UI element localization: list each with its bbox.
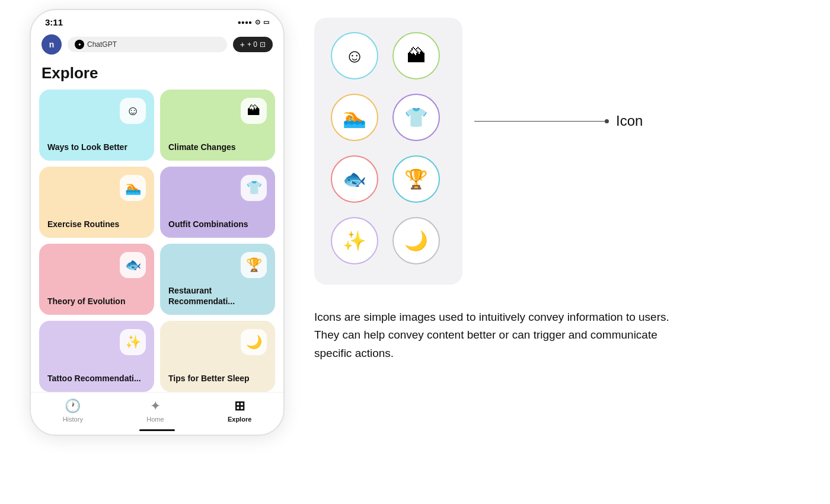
icon-moon: 🌙 bbox=[392, 217, 440, 264]
icon-smiley: ☺ bbox=[331, 32, 378, 79]
card-tattoo-recommendations[interactable]: ✨ Tattoo Recommendati... bbox=[39, 321, 154, 392]
icon-sparkle: ✨ bbox=[331, 217, 378, 264]
annotation-label: Icon bbox=[616, 113, 643, 129]
avatar: n bbox=[42, 34, 62, 55]
explore-icon: ⊞ bbox=[234, 398, 245, 414]
credits-icon: ⊡ bbox=[260, 40, 266, 49]
bottom-nav: 🕐 History ✦ Home ⊞ Explore bbox=[31, 392, 283, 435]
plus-icon: + bbox=[240, 40, 245, 49]
shirt-icon: 👕 bbox=[241, 175, 267, 201]
nav-active-underline bbox=[139, 429, 175, 431]
icon-shirt: 👕 bbox=[392, 94, 440, 141]
icon-swim: 🏊 bbox=[331, 94, 378, 141]
cards-grid: ☺ Ways to Look Better 🏔 Climate Changes … bbox=[31, 90, 283, 392]
swim-icon: 🏊 bbox=[120, 175, 146, 201]
phone-section: 3:11 ●●●● ⊙ ▭ n ✦ ChatGPT bbox=[0, 0, 290, 504]
phone-frame: 3:11 ●●●● ⊙ ▭ n ✦ ChatGPT bbox=[30, 9, 285, 436]
app-header: n ✦ ChatGPT + + 0 ⊡ bbox=[31, 30, 283, 59]
explore-title: Explore bbox=[31, 59, 283, 90]
credits-count: + 0 bbox=[247, 40, 257, 49]
fish-icon: 🐟 bbox=[120, 252, 146, 278]
annotation-dot bbox=[605, 119, 609, 123]
landscape-icon: 🏔 bbox=[241, 98, 267, 124]
icon-trophy: 🏆 bbox=[392, 155, 440, 203]
chatgpt-logo-icon: ✦ bbox=[75, 40, 84, 49]
card-restaurant-recommendations[interactable]: 🏆 Restaurant Recommendati... bbox=[160, 244, 275, 315]
annotation-line bbox=[474, 121, 605, 122]
right-top: ☺ 🏔 🏊 👕 🐟 🏆 ✨ 🌙 Icon bbox=[314, 18, 806, 285]
wifi-icon: ⊙ bbox=[255, 18, 260, 26]
nav-home[interactable]: ✦ Home bbox=[146, 398, 164, 423]
page-layout: 3:11 ●●●● ⊙ ▭ n ✦ ChatGPT bbox=[0, 0, 830, 504]
card-label: Outfit Combinations bbox=[168, 219, 267, 229]
nav-explore[interactable]: ⊞ Explore bbox=[228, 398, 251, 423]
chatgpt-badge[interactable]: ✦ ChatGPT bbox=[68, 37, 227, 52]
status-icons: ●●●● ⊙ ▭ bbox=[238, 18, 269, 26]
card-label: Exercise Routines bbox=[47, 219, 146, 229]
history-icon: 🕐 bbox=[65, 398, 81, 414]
right-content: ☺ 🏔 🏊 👕 🐟 🏆 ✨ 🌙 Icon Icons are simple im… bbox=[290, 0, 830, 504]
card-label: Restaurant Recommendati... bbox=[168, 285, 267, 307]
credits-badge[interactable]: + + 0 ⊡ bbox=[233, 37, 273, 52]
trophy-icon: 🏆 bbox=[241, 252, 267, 278]
card-label: Tips for Better Sleep bbox=[168, 373, 267, 384]
nav-history-label: History bbox=[63, 416, 83, 423]
status-time: 3:11 bbox=[45, 17, 63, 27]
home-icon: ✦ bbox=[150, 398, 161, 414]
moon-icon: 🌙 bbox=[241, 329, 267, 355]
card-theory-of-evolution[interactable]: 🐟 Theory of Evolution bbox=[39, 244, 154, 315]
card-exercise-routines[interactable]: 🏊 Exercise Routines bbox=[39, 167, 154, 238]
chatgpt-label: ChatGPT bbox=[87, 40, 117, 49]
card-ways-to-look-better[interactable]: ☺ Ways to Look Better bbox=[39, 90, 154, 161]
card-label: Ways to Look Better bbox=[47, 142, 146, 152]
description-text: Icons are simple images used to intuitiv… bbox=[314, 308, 670, 362]
status-bar: 3:11 ●●●● ⊙ ▭ bbox=[31, 10, 283, 30]
card-label: Climate Changes bbox=[168, 142, 267, 152]
signal-icon: ●●●● bbox=[238, 19, 252, 25]
icon-grid-panel: ☺ 🏔 🏊 👕 🐟 🏆 ✨ 🌙 bbox=[314, 18, 462, 285]
card-tips-for-better-sleep[interactable]: 🌙 Tips for Better Sleep bbox=[160, 321, 275, 392]
nav-history[interactable]: 🕐 History bbox=[63, 398, 83, 423]
icon-landscape: 🏔 bbox=[392, 32, 440, 79]
card-outfit-combinations[interactable]: 👕 Outfit Combinations bbox=[160, 167, 275, 238]
nav-explore-label: Explore bbox=[228, 416, 251, 423]
card-climate-changes[interactable]: 🏔 Climate Changes bbox=[160, 90, 275, 161]
smiley-icon: ☺ bbox=[120, 98, 146, 124]
nav-home-label: Home bbox=[146, 416, 164, 423]
card-label: Theory of Evolution bbox=[47, 296, 146, 307]
sparkle-icon: ✨ bbox=[120, 329, 146, 355]
card-label: Tattoo Recommendati... bbox=[47, 373, 146, 384]
battery-icon: ▭ bbox=[263, 18, 269, 26]
icon-annotation-wrapper: Icon bbox=[474, 113, 643, 129]
icon-fish: 🐟 bbox=[331, 155, 378, 203]
